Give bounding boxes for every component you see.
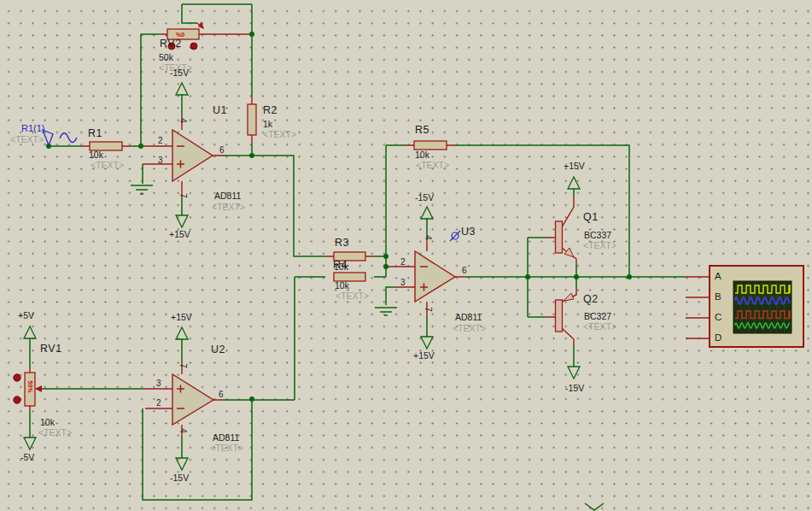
q2-part-label: BC327 xyxy=(584,312,611,321)
q2-vneg-arrow-icon[interactable] xyxy=(568,367,580,379)
source-text-placeholder: <TEXT> xyxy=(10,135,44,144)
sine-glyph-icon xyxy=(60,133,77,143)
r5-ref-label: R5 xyxy=(415,125,429,136)
u1-ground-icon[interactable] xyxy=(131,185,153,194)
rv1-text-placeholder: <TEXT> xyxy=(38,428,72,438)
u2-pin6-number: 6 xyxy=(219,391,224,399)
u1-vpos-arrow-icon[interactable] xyxy=(176,215,188,227)
q2-text-placeholder: <TEXT> xyxy=(583,322,616,332)
u3-pin7-number: 7 xyxy=(424,307,432,312)
r4-value-label: 10k xyxy=(335,281,349,291)
q1-text-placeholder: <TEXT> xyxy=(583,241,616,250)
r2-value-label: 1k xyxy=(263,120,272,129)
rv1-vneg-label: -5V xyxy=(20,453,34,462)
u2-vpos-label: +15V xyxy=(171,313,192,322)
q1-ref-label: Q1 xyxy=(583,212,599,223)
rv1-percent-label: 50% xyxy=(27,380,33,392)
u1-vneg-arrow-icon[interactable] xyxy=(176,83,188,95)
q2-vneg-label: -15V xyxy=(565,384,584,393)
u2-ref-label: U2 xyxy=(211,344,225,355)
u1-pin3-number: 3 xyxy=(158,156,163,165)
rv1-vneg-arrow-icon[interactable] xyxy=(24,438,36,449)
u3-pin4-number: 4 xyxy=(424,235,432,240)
opamp-u2[interactable] xyxy=(172,374,213,425)
rv1-ref-label: RV1 xyxy=(40,344,62,355)
u2-part-label: AD811 xyxy=(213,433,239,443)
schematic-canvas[interactable]: R1(1) <TEXT> R1 10k <TEXT> RV2 50k <TEXT… xyxy=(0,0,812,511)
rv2-ref-label: RV2 xyxy=(160,38,182,50)
q2-ref-label: Q2 xyxy=(583,294,599,305)
u1-ref-label: U1 xyxy=(213,105,227,116)
rv2-adjust-dot[interactable] xyxy=(190,43,197,50)
r4-ref-label: R4 xyxy=(333,260,348,271)
u3-vpos-arrow-icon[interactable] xyxy=(421,337,433,349)
opamp-u3[interactable] xyxy=(415,251,455,302)
u3-text-placeholder: <TEXT> xyxy=(453,324,486,333)
r3-ref-label: R3 xyxy=(335,238,349,249)
u2-pin4-number: 4 xyxy=(178,428,187,433)
u1-part-label: AD811 xyxy=(214,191,241,201)
u3-vneg-arrow-icon[interactable] xyxy=(421,207,433,219)
rv1-adjust-dot[interactable] xyxy=(14,396,20,403)
junction-dots xyxy=(46,32,632,402)
opamp-u1[interactable] xyxy=(172,130,213,181)
r5-text-placeholder: <TEXT> xyxy=(416,161,449,170)
rv1-vpos-label: +5V xyxy=(18,311,34,320)
u2-vneg-arrow-icon[interactable] xyxy=(176,458,188,470)
u2-text-placeholder: <TEXT> xyxy=(210,443,243,453)
scope-channel-c-label: C xyxy=(715,313,721,323)
u1-pin7-number: 7 xyxy=(178,193,187,198)
rv1-value-label: 10k xyxy=(40,418,55,427)
r2-text-placeholder: <TEXT> xyxy=(263,130,296,139)
rv1-vpos-arrow-icon[interactable] xyxy=(24,326,36,338)
u1-text-placeholder: <TEXT> xyxy=(212,203,245,212)
u3-vneg-label: -15V xyxy=(415,193,434,203)
rv1-wiper-arrowhead xyxy=(35,385,42,392)
u1-pin6-number: 6 xyxy=(219,146,225,155)
u3-pin3-number: 3 xyxy=(400,279,406,287)
q1-emitter-arrowhead xyxy=(564,248,574,257)
u3-ref-label: U3 xyxy=(461,226,476,238)
u2-vneg-label: -15V xyxy=(170,473,189,483)
u2-pin3-number: 3 xyxy=(156,379,161,388)
source-probe-label: R1(1) xyxy=(21,124,45,133)
r4-text-placeholder: <TEXT> xyxy=(336,291,369,301)
u3-vpos-label: +15V xyxy=(413,351,435,361)
u3-pin2-number: 2 xyxy=(400,258,406,267)
r1-ref-label: R1 xyxy=(88,128,102,139)
q1-vpos-label: +15V xyxy=(564,162,585,171)
r1-value-label: 10k xyxy=(89,150,103,160)
rv2-wiper-arrowhead xyxy=(198,21,204,29)
resistor-r5[interactable] xyxy=(414,141,447,150)
u1-pin4-number: 4 xyxy=(178,118,187,123)
r1-text-placeholder: <TEXT> xyxy=(91,161,124,170)
rv2-value-label: 50k xyxy=(159,53,173,62)
u3-pin6-number: 6 xyxy=(462,267,467,275)
u3-anchor-icon xyxy=(450,231,460,241)
transistor-q1[interactable] xyxy=(556,221,563,253)
u1-pin2-number: 2 xyxy=(158,137,163,145)
q1-vpos-arrow-icon[interactable] xyxy=(568,177,580,189)
u2-vpos-arrow-icon[interactable] xyxy=(176,327,188,339)
rv2-percent-label: %0 xyxy=(176,32,184,38)
u2-pin7-number: 7 xyxy=(178,363,187,368)
r5-value-label: 10k xyxy=(415,150,429,160)
scope-channel-d-label: D xyxy=(715,333,721,344)
scope-channel-b-label: B xyxy=(715,292,721,302)
u2-pin2-number: 2 xyxy=(156,399,161,408)
rv1-adjust-dot[interactable] xyxy=(14,374,20,381)
u1-vpos-label: +15V xyxy=(169,230,190,239)
transistor-q2[interactable] xyxy=(556,300,563,332)
r2-ref-label: R2 xyxy=(263,105,277,116)
scope-channel-a-label: A xyxy=(715,272,721,282)
q2-emitter-arrowhead xyxy=(564,293,574,301)
q1-part-label: BC337 xyxy=(584,231,611,240)
u3-part-label: AD811 xyxy=(455,313,482,322)
u1-vneg-label: -15V xyxy=(170,68,189,78)
resistor-r2[interactable] xyxy=(248,104,256,135)
u3-ground-icon[interactable] xyxy=(375,308,397,315)
